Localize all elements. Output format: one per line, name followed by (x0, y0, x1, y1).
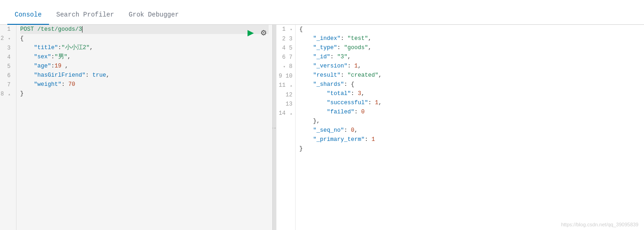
ln-1: 1 (0, 25, 13, 34)
right-panel: 1 ▾ 2 3 4 5 6 7 ▾ 8 9 10 11 ▴ 12 13 14 ▴… (276, 25, 644, 230)
rln-12: 12 (286, 92, 292, 98)
rln-3: 3 (289, 36, 292, 42)
ln-2: 2 ▾ (0, 34, 13, 44)
rln-14: 14 ▴ (279, 110, 292, 117)
code-line-5: "age":19 , (20, 62, 269, 71)
rln-5: 5 (289, 45, 292, 51)
rcode-line-6: "result": "created", (299, 71, 640, 80)
rln-11: 11 ▴ (279, 82, 292, 89)
rcode-line-8: "total": 3, (299, 89, 640, 98)
rln-10: 10 (286, 73, 292, 79)
ln-3: 3 (0, 44, 13, 53)
rcode-line-2: "_index": "test", (299, 34, 640, 43)
resize-handle[interactable]: ⋮ (273, 25, 276, 230)
main-content: ▶ ⚙ 1 2 ▾ 3 4 5 6 7 8 ▴ POST /test/goods… (0, 25, 644, 230)
code-line-4: "sex":"男", (20, 52, 269, 62)
left-panel: ▶ ⚙ 1 2 ▾ 3 4 5 6 7 8 ▴ POST /test/goods… (0, 25, 273, 230)
left-code-area[interactable]: 1 2 ▾ 3 4 5 6 7 8 ▴ POST /test/goods/3 {… (0, 25, 272, 230)
tab-search-profiler[interactable]: Search Profiler (49, 6, 121, 25)
rln-1: 1 ▾ (282, 26, 292, 33)
run-button[interactable]: ▶ (246, 27, 256, 39)
ln-4: 4 (0, 53, 13, 62)
code-line-7: "weight": 70 (20, 80, 269, 89)
rln-13: 13 (286, 101, 292, 107)
code-line-8: } (20, 89, 269, 98)
rcode-line-11: }, (299, 117, 640, 126)
right-code-area: 1 ▾ 2 3 4 5 6 7 ▾ 8 9 10 11 ▴ 12 13 14 ▴… (276, 25, 644, 230)
rcode-line-13: "_primary_term": 1 (299, 135, 640, 144)
code-line-1: POST /test/goods/3 (20, 25, 269, 34)
rln-2: 2 (282, 36, 286, 42)
code-line-2: { (20, 34, 269, 43)
code-line-6: "hasGirlFriend": true, (20, 71, 269, 80)
rcode-line-14: } (299, 144, 640, 153)
ln-8: 8 ▴ (0, 90, 13, 99)
rcode-line-3: "_type": "goods", (299, 43, 640, 52)
rcode-line-5: "_version": 1, (299, 62, 640, 71)
right-line-numbers: 1 ▾ 2 3 4 5 6 7 ▾ 8 9 10 11 ▴ 12 13 14 ▴ (276, 25, 296, 230)
rcode-line-10: "failed": 0 (299, 107, 640, 117)
ln-7: 7 (0, 80, 13, 90)
left-line-numbers: 1 2 ▾ 3 4 5 6 7 8 ▴ (0, 25, 17, 230)
rln-6: 6 (282, 54, 286, 61)
rcode-line-7: "_shards": { (299, 80, 640, 89)
tab-bar: Console Search Profiler Grok Debugger (0, 0, 644, 25)
ln-6: 6 (0, 71, 13, 80)
rcode-line-9: "successful": 1, (299, 98, 640, 107)
right-code-content: { "_index": "test", "_type": "goods", "_… (296, 25, 644, 230)
watermark: https://blog.csdn.net/qq_39095839 (561, 222, 638, 227)
tab-grok-debugger[interactable]: Grok Debugger (121, 6, 186, 25)
tab-console[interactable]: Console (7, 6, 49, 25)
settings-button[interactable]: ⚙ (259, 28, 269, 38)
left-code-content[interactable]: POST /test/goods/3 { "title":"小小江2", "se… (17, 25, 272, 230)
rln-4: 4 (282, 45, 286, 51)
rcode-line-1: { (299, 25, 640, 34)
rln-8: 8 (289, 63, 292, 70)
rln-9: 9 (279, 73, 282, 79)
code-line-3: "title":"小小江2", (20, 43, 269, 52)
ln-5: 5 (0, 62, 13, 71)
rcode-line-4: "_id": "3", (299, 52, 640, 62)
rcode-line-12: "_seq_no": 0, (299, 126, 640, 135)
left-toolbar: ▶ ⚙ (246, 27, 269, 39)
